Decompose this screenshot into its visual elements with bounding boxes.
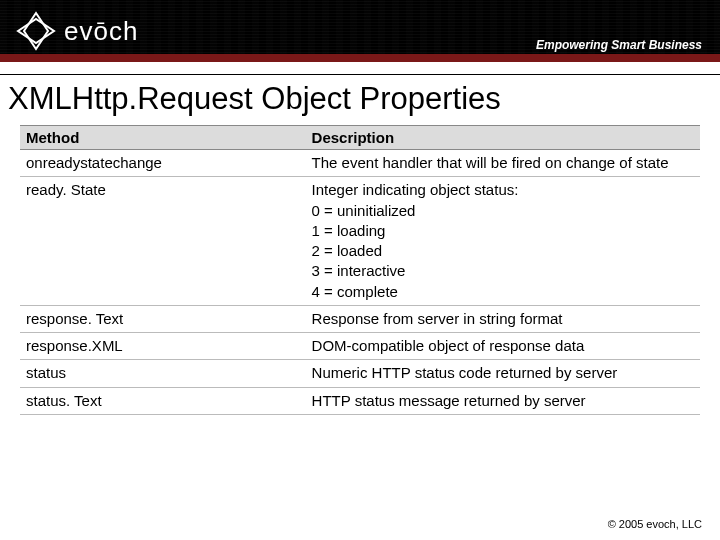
properties-table-wrap: Method Description onreadystatechange Th…	[20, 125, 700, 415]
table-row: ready. State Integer indicating object s…	[20, 177, 700, 306]
cell-description: Integer indicating object status:0 = uni…	[306, 177, 700, 306]
logo: evōch	[14, 9, 138, 53]
cell-method: response.XML	[20, 333, 306, 360]
brand-name: evōch	[64, 16, 138, 47]
cell-method: onreadystatechange	[20, 150, 306, 177]
table-row: status Numeric HTTP status code returned…	[20, 360, 700, 387]
cell-description: DOM-compatible object of response data	[306, 333, 700, 360]
cell-method: status. Text	[20, 387, 306, 414]
properties-table: Method Description onreadystatechange Th…	[20, 125, 700, 415]
table-header-row: Method Description	[20, 126, 700, 150]
cell-description: Response from server in string format	[306, 305, 700, 332]
table-row: onreadystatechange The event handler tha…	[20, 150, 700, 177]
tagline: Empowering Smart Business	[536, 38, 702, 52]
table-row: response.XML DOM-compatible object of re…	[20, 333, 700, 360]
cell-description: HTTP status message returned by server	[306, 387, 700, 414]
slide-title: XMLHttp.Request Object Properties	[8, 81, 720, 117]
slide-header: evōch Empowering Smart Business	[0, 0, 720, 62]
cell-method: response. Text	[20, 305, 306, 332]
cell-description: The event handler that will be fired on …	[306, 150, 700, 177]
cell-description: Numeric HTTP status code returned by ser…	[306, 360, 700, 387]
header-accent-bar	[0, 54, 720, 62]
table-row: response. Text Response from server in s…	[20, 305, 700, 332]
col-header-description: Description	[306, 126, 700, 150]
logo-mark-icon	[14, 9, 58, 53]
copyright-footer: © 2005 evoch, LLC	[608, 518, 702, 530]
cell-method: ready. State	[20, 177, 306, 306]
divider-line	[0, 74, 720, 75]
col-header-method: Method	[20, 126, 306, 150]
cell-method: status	[20, 360, 306, 387]
table-row: status. Text HTTP status message returne…	[20, 387, 700, 414]
